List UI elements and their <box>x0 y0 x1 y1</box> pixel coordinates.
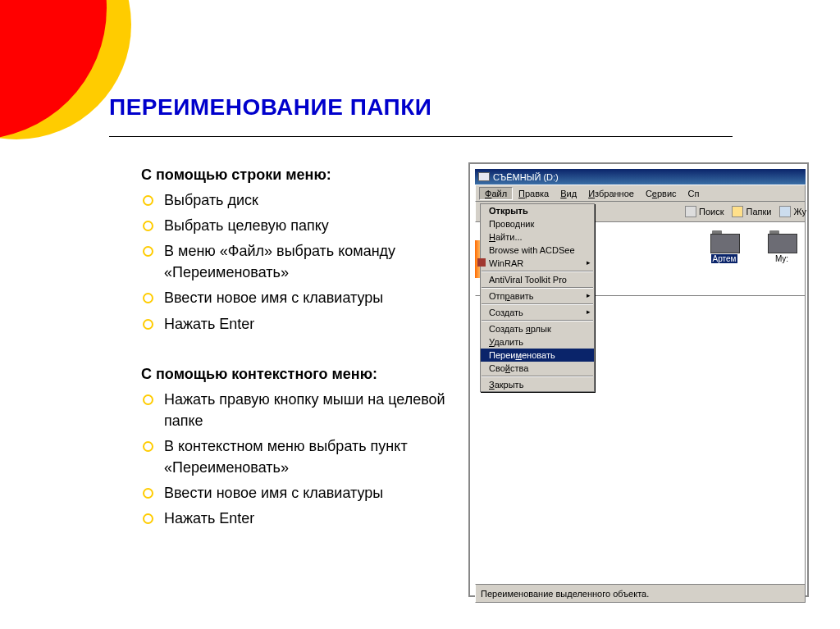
explorer-window: СЪЁМНЫЙ (D:) Файл Правка Вид Избранное С… <box>475 169 806 603</box>
menu-close[interactable]: Закрыть <box>481 378 594 391</box>
menubar-view[interactable]: Вид <box>555 187 582 200</box>
text-column: С помощью строки меню: Выбрать диск Выбр… <box>141 164 461 533</box>
list-item: Выбрать диск <box>141 189 461 211</box>
title-rule <box>109 136 733 137</box>
file-menu-dropdown: Открыть Проводник Найти... Browse with A… <box>480 203 595 392</box>
section2-list: Нажать правую кнопку мыши на целевой пап… <box>141 389 461 530</box>
list-item: В контекстном меню выбрать пункт «Переим… <box>141 435 461 478</box>
menu-send[interactable]: Отправить <box>481 289 594 303</box>
menu-delete[interactable]: Удалить <box>481 335 594 349</box>
menu-separator <box>482 287 593 289</box>
toolbar-search-label: Поиск <box>699 207 724 217</box>
search-icon <box>685 206 696 217</box>
menu-open[interactable]: Открыть <box>481 204 594 217</box>
menu-antiviral[interactable]: AntiViral Toolkit Pro <box>481 273 594 286</box>
screenshot-frame: СЪЁМНЫЙ (D:) Файл Правка Вид Избранное С… <box>468 162 809 597</box>
statusbar: Переименование выделенного объекта. <box>475 585 806 603</box>
section1-heading: С помощью строки меню: <box>141 164 461 185</box>
slide-title: ПЕРЕИМЕНОВАНИЕ ПАПКИ <box>109 94 431 121</box>
list-item: Нажать правую кнопку мыши на целевой пап… <box>141 389 461 431</box>
menubar[interactable]: Файл Правка Вид Избранное Сервис Сп <box>475 185 806 202</box>
menu-separator <box>482 303 593 305</box>
toolbar-journal[interactable]: Жу <box>775 206 810 217</box>
menu-winrar[interactable]: WinRAR <box>481 257 594 270</box>
toolbar-search[interactable]: Поиск <box>681 206 728 217</box>
folder-artem-label: Артем <box>711 254 738 263</box>
list-item: В меню «Файл» выбрать команду «Переимено… <box>141 240 461 283</box>
folder-icon <box>768 230 796 252</box>
list-item: Ввести новое имя с клавиатуры <box>141 287 461 308</box>
folder-artem[interactable]: Артем <box>701 230 747 295</box>
menu-create[interactable]: Создать <box>481 306 594 319</box>
menubar-help[interactable]: Сп <box>682 187 705 200</box>
menu-explorer[interactable]: Проводник <box>481 217 594 230</box>
section1-list: Выбрать диск Выбрать целевую папку В мен… <box>141 189 461 335</box>
section2-heading: С помощью контекстного меню: <box>141 363 461 385</box>
menu-separator <box>482 320 593 321</box>
menu-properties[interactable]: Свойства <box>481 362 594 375</box>
menubar-file[interactable]: Файл <box>479 187 513 200</box>
list-item: Выбрать целевую папку <box>141 215 461 236</box>
toolbar-folders[interactable]: Папки <box>728 206 775 217</box>
menubar-edit[interactable]: Правка <box>513 187 555 200</box>
drive-icon <box>478 172 490 181</box>
menu-separator <box>482 376 593 377</box>
menu-shortcut[interactable]: Создать ярлык <box>481 322 594 335</box>
list-item: Ввести новое имя с клавиатуры <box>141 482 461 504</box>
statusbar-text: Переименование выделенного объекта. <box>481 589 649 599</box>
menubar-service[interactable]: Сервис <box>640 187 682 200</box>
folder-muz[interactable]: Му: <box>759 230 805 295</box>
folder-icon <box>732 206 743 217</box>
list-item: Нажать Enter <box>141 508 461 529</box>
menu-find[interactable]: Найти... <box>481 230 594 244</box>
menu-rename[interactable]: Переименовать <box>481 349 594 362</box>
list-item: Нажать Enter <box>141 313 461 335</box>
menu-separator <box>482 271 593 272</box>
menubar-fav[interactable]: Избранное <box>582 187 640 200</box>
toolbar-folders-label: Папки <box>746 207 771 217</box>
window-title-text: СЪЁМНЫЙ (D:) <box>493 172 559 182</box>
folder-icon <box>710 230 738 252</box>
folder-muz-label: Му: <box>775 254 788 263</box>
menu-acdsee[interactable]: Browse with ACDSee <box>481 244 594 257</box>
toolbar-journal-label: Жу <box>793 207 806 217</box>
window-titlebar[interactable]: СЪЁМНЫЙ (D:) <box>475 169 806 185</box>
journal-icon <box>779 206 791 217</box>
